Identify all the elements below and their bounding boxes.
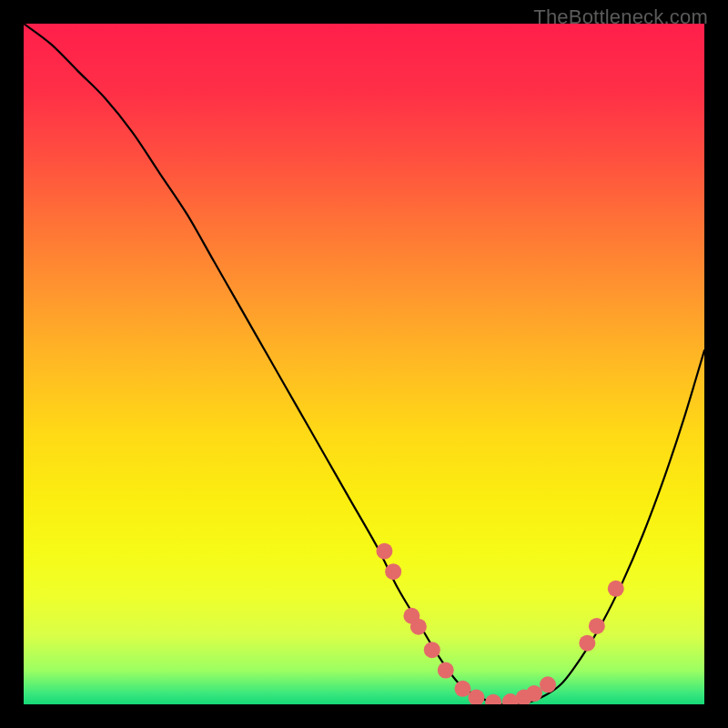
data-marker [454, 681, 470, 697]
data-marker [608, 581, 624, 597]
chart-background-gradient [24, 24, 704, 704]
data-marker [579, 635, 595, 652]
data-marker [526, 685, 542, 702]
chart-plot-area [24, 24, 704, 704]
bottleneck-chart [24, 24, 704, 704]
data-marker [438, 662, 454, 679]
data-marker [376, 543, 392, 560]
data-marker [385, 563, 401, 580]
data-marker [410, 619, 427, 635]
data-marker [589, 618, 605, 634]
data-marker [424, 642, 440, 658]
data-marker [540, 676, 556, 693]
